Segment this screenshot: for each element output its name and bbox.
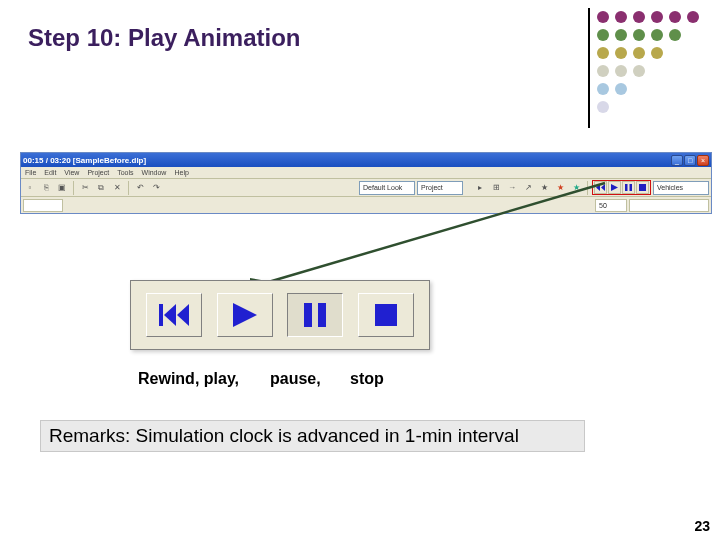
decorative-dots xyxy=(594,8,702,116)
play-button[interactable] xyxy=(608,181,621,194)
decorative-dot xyxy=(597,65,609,77)
decorative-dot xyxy=(615,29,627,41)
decorative-dot xyxy=(597,11,609,23)
decorative-dot xyxy=(633,11,645,23)
input-cell[interactable] xyxy=(629,199,709,212)
vehicles-combo[interactable]: Vehicles xyxy=(653,181,709,195)
play-icon xyxy=(233,303,257,327)
decorative-dot xyxy=(597,101,609,113)
pause-button[interactable] xyxy=(622,181,635,194)
svg-rect-1 xyxy=(630,184,633,191)
caption-stop: stop xyxy=(350,370,384,388)
decorative-dot xyxy=(651,11,663,23)
separator xyxy=(587,181,588,195)
decorative-dot xyxy=(687,11,699,23)
rewind-icon xyxy=(159,304,189,326)
separator xyxy=(73,181,74,195)
stop-icon xyxy=(375,304,397,326)
svg-rect-2 xyxy=(639,184,646,191)
window-titlebar: 00:15 / 03:20 [SampleBefore.dlp] _ □ × xyxy=(21,153,711,167)
menu-item[interactable]: View xyxy=(64,169,79,176)
save-icon[interactable]: ▣ xyxy=(55,181,69,195)
decorative-dot xyxy=(615,11,627,23)
play-button-large[interactable] xyxy=(217,293,273,337)
toolbar: ▫ ⎘ ▣ ✂ ⧉ ✕ ↶ ↷ Default Look Project ▸ ⊞… xyxy=(21,179,711,197)
vertical-divider xyxy=(588,8,590,128)
rewind-button[interactable] xyxy=(594,181,607,194)
menu-item[interactable]: File xyxy=(25,169,36,176)
new-icon[interactable]: ▫ xyxy=(23,181,37,195)
playback-controls-highlighted xyxy=(592,180,651,195)
decorative-dot xyxy=(669,29,681,41)
menu-item[interactable]: Window xyxy=(142,169,167,176)
menu-item[interactable]: Project xyxy=(87,169,109,176)
input-row: 50 xyxy=(21,197,711,213)
tool-icon[interactable]: ★ xyxy=(537,181,551,195)
menu-bar: File Edit View Project Tools Window Help xyxy=(21,167,711,179)
svg-rect-6 xyxy=(318,303,326,327)
decorative-dot xyxy=(597,83,609,95)
caption-pause: pause, xyxy=(270,370,321,388)
svg-rect-4 xyxy=(159,304,163,326)
maximize-button[interactable]: □ xyxy=(684,155,696,166)
decorative-dot xyxy=(633,65,645,77)
svg-rect-7 xyxy=(375,304,397,326)
tool-icon[interactable]: ↗ xyxy=(521,181,535,195)
separator xyxy=(128,181,129,195)
stop-button-large[interactable] xyxy=(358,293,414,337)
redo-icon[interactable]: ↷ xyxy=(149,181,163,195)
delete-icon[interactable]: ✕ xyxy=(110,181,124,195)
decorative-dot xyxy=(669,11,681,23)
copy-icon[interactable]: ⧉ xyxy=(94,181,108,195)
open-icon[interactable]: ⎘ xyxy=(39,181,53,195)
caption-rewind-play: Rewind, play, xyxy=(138,370,239,388)
decorative-dot xyxy=(615,47,627,59)
stop-button[interactable] xyxy=(636,181,649,194)
tool-icon[interactable]: ⊞ xyxy=(489,181,503,195)
slide-number: 23 xyxy=(694,518,710,534)
undo-icon[interactable]: ↶ xyxy=(133,181,147,195)
remarks-bar: Remarks: Simulation clock is advanced in… xyxy=(40,420,585,452)
rewind-button-large[interactable] xyxy=(146,293,202,337)
decorative-dot xyxy=(615,65,627,77)
svg-rect-5 xyxy=(304,303,312,327)
slide-title: Step 10: Play Animation xyxy=(28,24,301,52)
decorative-dot xyxy=(597,47,609,59)
svg-rect-0 xyxy=(625,184,628,191)
pause-button-large[interactable] xyxy=(287,293,343,337)
window-buttons: _ □ × xyxy=(671,155,709,166)
decorative-dot xyxy=(633,47,645,59)
application-window: 00:15 / 03:20 [SampleBefore.dlp] _ □ × F… xyxy=(20,152,712,214)
menu-item[interactable]: Help xyxy=(174,169,188,176)
close-button[interactable]: × xyxy=(697,155,709,166)
tool-icon[interactable]: ★ xyxy=(553,181,567,195)
minimize-button[interactable]: _ xyxy=(671,155,683,166)
decorative-dot xyxy=(633,29,645,41)
tool-icon[interactable]: → xyxy=(505,181,519,195)
decorative-dot xyxy=(651,29,663,41)
decorative-dot xyxy=(615,83,627,95)
decorative-dot xyxy=(597,29,609,41)
tool-icon[interactable]: ★ xyxy=(569,181,583,195)
menu-item[interactable]: Edit xyxy=(44,169,56,176)
tool-icon[interactable]: ▸ xyxy=(473,181,487,195)
decorative-dot xyxy=(651,47,663,59)
window-title: 00:15 / 03:20 [SampleBefore.dlp] xyxy=(23,156,146,165)
menu-item[interactable]: Tools xyxy=(117,169,133,176)
playback-panel-enlarged xyxy=(130,280,430,350)
cut-icon[interactable]: ✂ xyxy=(78,181,92,195)
pause-icon xyxy=(304,303,326,327)
input-cell[interactable] xyxy=(23,199,63,212)
look-combo[interactable]: Default Look xyxy=(359,181,415,195)
value-cell[interactable]: 50 xyxy=(595,199,627,212)
project-combo[interactable]: Project xyxy=(417,181,463,195)
